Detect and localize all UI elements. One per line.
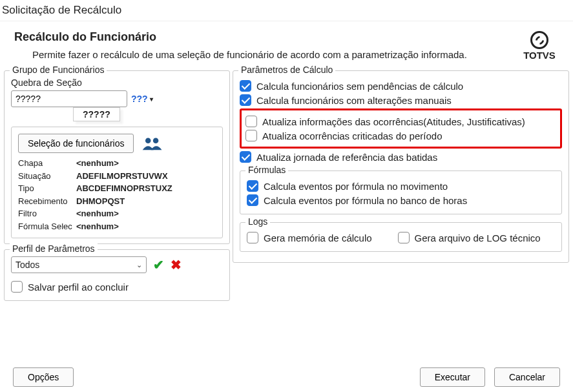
label-atualiza-criticadas: Atualiza ocorrências criticadas do perío… [262, 130, 442, 141]
cancelar-button[interactable]: Cancelar [494, 367, 560, 387]
quebra-secao-input[interactable] [11, 90, 127, 107]
label-tipo: Tipo [18, 182, 76, 195]
perfil-select-value: Todos [16, 260, 39, 270]
label-memoria-calculo: Gera memória de cálculo [264, 232, 372, 243]
checkbox-atualiza-criticadas[interactable] [245, 130, 257, 141]
checkbox-log-tecnico[interactable] [398, 232, 410, 243]
group-logs-title: Logs [245, 216, 270, 227]
highlighted-region: Atualiza informações das ocorrências(Ati… [240, 108, 562, 149]
brand-text: TOTVS [523, 50, 556, 61]
quebra-lookup-button[interactable]: ??? ▾ [131, 94, 153, 104]
checkbox-salvar-perfil[interactable] [11, 281, 23, 293]
chevron-down-icon: ⌄ [136, 261, 142, 269]
brand-icon [530, 31, 548, 49]
people-icon [141, 135, 163, 152]
value-recebimento: DHMOPQST [76, 195, 125, 208]
label-situacao: Situação [18, 170, 76, 183]
perfil-select[interactable]: Todos ⌄ [11, 256, 147, 273]
cancel-icon[interactable]: ✖ [171, 257, 182, 273]
group-perfil-title: Perfil de Parâmetros [10, 243, 98, 254]
checkbox-memoria-calculo[interactable] [247, 232, 258, 243]
selecao-funcionarios-button[interactable]: Seleção de funcionários [18, 134, 134, 153]
chevron-down-icon: ▾ [150, 96, 153, 103]
label-salvar-perfil: Salvar perfil ao concluir [28, 282, 129, 293]
label-filtro: Filtro [18, 207, 76, 220]
label-chapa: Chapa [18, 157, 76, 170]
page-title: Recálculo do Funcionário [14, 30, 520, 44]
group-funcionarios-title: Grupo de Funcionários [10, 65, 107, 75]
label-eventos-movimento: Calcula eventos por fórmula no movimento [264, 181, 448, 192]
checkbox-calc-sem-pendencias[interactable] [240, 80, 251, 92]
svg-point-1 [153, 138, 159, 144]
group-parametros-title: Parâmetros de Cálculo [238, 65, 335, 75]
brand-logo: TOTVS [520, 31, 559, 60]
opcoes-button[interactable]: Opções [13, 367, 74, 387]
label-formula: Fórmula Selec [18, 220, 76, 233]
page-subtitle: Permite fazer o recálculo de uma seleção… [14, 49, 520, 60]
value-chapa: <nenhum> [76, 157, 119, 170]
confirm-icon[interactable]: ✔ [153, 257, 164, 273]
label-atualiza-jornada: Atualiza jornada de referência das batid… [256, 152, 437, 163]
value-tipo: ABCDEFIMNOPRSTUXZ [76, 182, 172, 195]
label-log-tecnico: Gera arquivo de LOG técnico [415, 232, 541, 243]
checkbox-eventos-movimento[interactable] [247, 180, 258, 192]
window-title: Solicitação de Recálculo [0, 0, 573, 21]
checkbox-eventos-banco-horas[interactable] [247, 194, 258, 206]
label-calc-alteracoes-manuais: Calcula funcionários com alterações manu… [256, 95, 452, 106]
executar-button[interactable]: Executar [420, 367, 485, 387]
value-situacao: ADEFILMOPRSTUVWX [76, 170, 168, 183]
value-formula: <nenhum> [76, 220, 119, 233]
question-icon: ??? [131, 94, 148, 104]
label-eventos-banco-horas: Calcula eventos por fórmula no banco de … [264, 195, 467, 206]
checkbox-calc-alteracoes-manuais[interactable] [240, 94, 251, 106]
value-filtro: <nenhum> [76, 207, 119, 220]
quebra-tooltip: ????? [73, 107, 120, 121]
checkbox-atualiza-jornada[interactable] [240, 151, 251, 163]
checkbox-atualiza-ocorrencias[interactable] [245, 116, 257, 127]
label-recebimento: Recebimento [18, 195, 76, 208]
label-calc-sem-pendencias: Calcula funcionários sem pendências de c… [256, 81, 463, 92]
quebra-secao-label: Quebra de Seção [11, 77, 223, 88]
group-formulas-title: Fórmulas [245, 165, 288, 175]
svg-point-0 [145, 138, 151, 144]
label-atualiza-ocorrencias: Atualiza informações das ocorrências(Ati… [262, 116, 525, 127]
